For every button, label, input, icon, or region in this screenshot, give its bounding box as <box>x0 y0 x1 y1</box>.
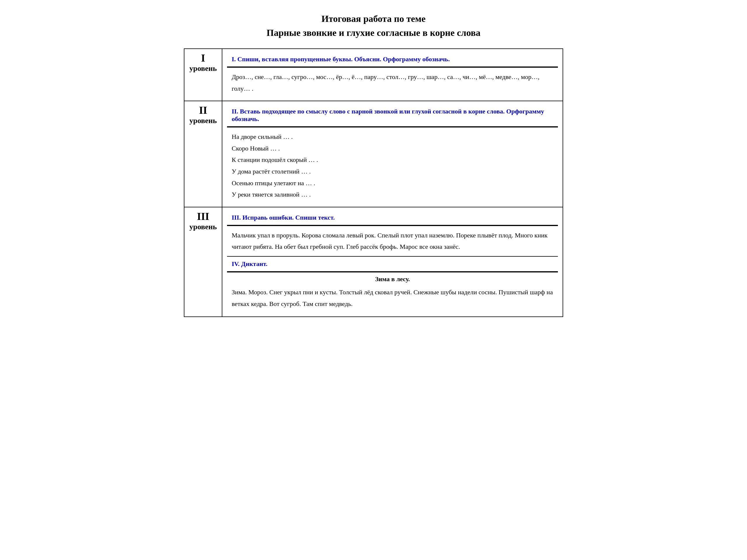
level-1-content: I. Спиши, вставляя пропущенные буквы. Об… <box>222 49 563 101</box>
task-2-body: На дворе сильный … . Скоро Новый … . К с… <box>227 128 558 204</box>
level-2-content: II. Вставь подходящее по смыслу слово с … <box>222 101 563 207</box>
task-2-line-2: Скоро Новый … . <box>232 143 553 154</box>
level-1-cell: I уровень <box>184 49 222 101</box>
level-3-word: уровень <box>189 222 217 231</box>
task-2-line-5: Осенью птицы улетают на … . <box>232 177 553 189</box>
task-2-line-4: У дома растёт столетний … . <box>232 166 553 177</box>
task-2-line-6: У реки тянется заливной … . <box>232 189 553 201</box>
task-3-body: Мальчик упал в проруль. Корова сломала л… <box>227 226 558 256</box>
task-1-body: Дроз…, сне…, гла…, сугро…, мос…, ёр…, ё…… <box>227 68 558 98</box>
page-title: Итоговая работа по теме Парные звонкие и… <box>184 12 563 40</box>
level-2-row: II уровень II. Вставь подходящее по смыс… <box>184 101 563 207</box>
level-2-word: уровень <box>189 116 217 125</box>
title-line2: Парные звонкие и глухие согласные в корн… <box>267 27 481 38</box>
level-3-number: III <box>197 211 209 222</box>
level-2-number: II <box>199 104 207 116</box>
task-2-line-1: На дворе сильный … . <box>232 131 553 143</box>
level-2-cell: II уровень <box>184 101 222 207</box>
level-3-cell: III уровень <box>184 207 222 317</box>
level-1-number: I <box>201 52 205 64</box>
title-line1: Итоговая работа по теме <box>321 14 426 24</box>
level-3-row: III уровень III. Исправь ошибки. Спиши т… <box>184 207 563 317</box>
level-3-content: III. Исправь ошибки. Спиши текст. Мальчи… <box>222 207 563 317</box>
task-2-header: II. Вставь подходящее по смыслу слово с … <box>227 104 558 127</box>
task-3-header: III. Исправь ошибки. Спиши текст. <box>227 210 558 225</box>
dictation-body: Зима. Мороз. Снег укрыл пни и кусты. Тол… <box>227 285 558 314</box>
task-2-line-3: К станции подошёл скорый … . <box>232 154 553 166</box>
task-4-header: IV. Диктант. <box>227 257 558 272</box>
task-1-header: I. Спиши, вставляя пропущенные буквы. Об… <box>227 52 558 67</box>
dictation-title: Зима в лесу. <box>227 272 558 285</box>
page-container: Итоговая работа по теме Парные звонкие и… <box>184 12 563 317</box>
level-1-word: уровень <box>189 64 217 73</box>
level-1-row: I уровень I. Спиши, вставляя пропущенные… <box>184 49 563 101</box>
main-table: I уровень I. Спиши, вставляя пропущенные… <box>184 48 563 317</box>
